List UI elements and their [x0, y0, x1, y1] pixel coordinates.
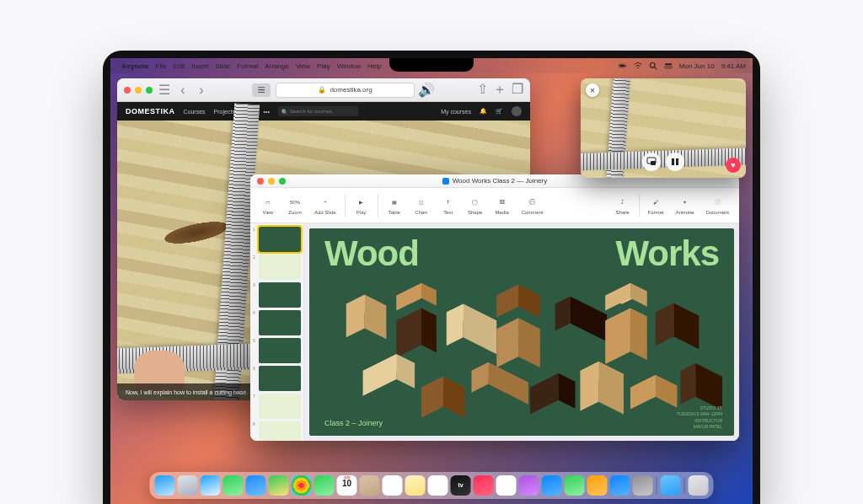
slide-thumb-2[interactable]: 2 — [253, 255, 301, 280]
dock-app-launchpad[interactable] — [178, 475, 198, 496]
dock-app-contacts[interactable] — [360, 475, 380, 496]
menubar-time[interactable]: 9:41 AM — [721, 62, 746, 70]
slide-thumb-7[interactable]: 7 — [253, 394, 301, 419]
svg-rect-9 — [651, 161, 656, 165]
slide-thumb-8[interactable]: 8 — [253, 421, 301, 441]
wifi-icon[interactable] — [634, 62, 642, 70]
nav-courses[interactable]: Courses — [184, 109, 206, 115]
tb-format[interactable]: 🖌Format — [643, 196, 669, 215]
slide-canvas[interactable]: Wood Works Class 2 – Joinery STUDIO 3B T… — [304, 223, 739, 441]
slide-thumb-6[interactable]: 6 — [253, 366, 301, 391]
menu-arrange[interactable]: Arrange — [265, 62, 288, 70]
cart-icon[interactable]: 🛒 — [496, 108, 503, 115]
menu-format[interactable]: Format — [237, 62, 258, 70]
dock-app-maps[interactable] — [269, 475, 289, 496]
close-button[interactable] — [124, 87, 131, 94]
tb-play[interactable]: ▶Play — [349, 196, 374, 215]
share-icon[interactable]: ⇧ — [477, 81, 488, 99]
nav-more[interactable]: ••• — [264, 109, 270, 115]
address-bar[interactable]: 🔒 domestika.org — [276, 83, 415, 98]
sidebar-toggle-icon[interactable]: ☰ — [158, 83, 171, 97]
keynote-window[interactable]: Wood Works Class 2 — Joinery ▭View 50%Zo… — [250, 174, 739, 441]
lock-icon: 🔒 — [318, 86, 326, 94]
dock-app-podcasts[interactable] — [519, 475, 539, 496]
slide-thumb-4[interactable]: 4 — [253, 310, 301, 335]
dock-app-settings[interactable] — [633, 475, 653, 496]
menu-view[interactable]: View — [296, 62, 310, 70]
tb-view[interactable]: ▭View — [255, 196, 281, 215]
menu-file[interactable]: File — [156, 62, 167, 70]
slide-thumb-3[interactable]: 3 — [253, 282, 301, 308]
dock-app-notes[interactable] — [405, 475, 426, 496]
nav-projects[interactable]: Projects — [214, 109, 235, 115]
dock-app-photos[interactable] — [292, 475, 312, 496]
tb-media[interactable]: 🖼Media — [490, 196, 515, 215]
search-icon[interactable] — [649, 62, 657, 70]
slide-navigator[interactable]: 12345678 — [250, 223, 304, 441]
tb-add-slide[interactable]: ＋Add Slide — [309, 196, 341, 215]
forward-button[interactable]: › — [195, 83, 208, 97]
slide-subtitle: Class 2 – Joinery — [324, 419, 383, 427]
tabs-icon[interactable]: ❐ — [512, 81, 523, 99]
slide-thumb-1[interactable]: 1 — [253, 227, 301, 252]
dock-app-tv[interactable]: tv — [451, 475, 471, 496]
pip-pause-button[interactable] — [666, 153, 684, 171]
tb-document[interactable]: 📄Document — [701, 196, 734, 215]
svg-rect-11 — [676, 158, 678, 165]
minimize-button[interactable] — [135, 87, 142, 94]
dock-app-numbers[interactable] — [565, 475, 585, 496]
new-tab-icon[interactable]: ＋ — [493, 81, 507, 99]
menubar-date[interactable]: Mon Jun 10 — [679, 62, 715, 70]
slide-thumb-5[interactable]: 5 — [253, 338, 301, 363]
tb-table[interactable]: ▦Table — [382, 196, 407, 215]
minimize-button[interactable] — [268, 178, 275, 185]
dock-app-safari[interactable] — [201, 475, 221, 496]
pip-return-button[interactable] — [642, 153, 661, 171]
svg-point-4 — [650, 62, 655, 67]
dock-app-trash[interactable] — [689, 475, 709, 496]
back-button[interactable]: ‹ — [176, 83, 190, 97]
dock-app-finder[interactable] — [155, 475, 175, 496]
avatar[interactable] — [512, 106, 522, 116]
menu-edit[interactable]: Edit — [173, 62, 185, 70]
site-search[interactable]: 🔍 Search for courses — [278, 106, 358, 116]
tb-chart[interactable]: ◫Chart — [409, 196, 434, 215]
site-logo[interactable]: DOMESTIKA — [126, 107, 175, 115]
dock-app-messages[interactable] — [223, 475, 244, 496]
menu-help[interactable]: Help — [367, 62, 381, 70]
menubar-app-name[interactable]: Keynote — [122, 62, 149, 70]
dock-app-reminders[interactable] — [383, 475, 403, 496]
tb-share[interactable]: ⤴Share — [610, 196, 635, 215]
tb-animate[interactable]: ✦Animate — [671, 196, 700, 215]
dock-app-keynote[interactable] — [542, 475, 562, 496]
menu-slide[interactable]: Slide — [215, 62, 230, 70]
close-button[interactable] — [257, 178, 264, 185]
tb-text[interactable]: TText — [436, 196, 461, 215]
picture-in-picture[interactable]: × ♥ — [581, 78, 746, 178]
dock-app-freeform[interactable] — [428, 475, 448, 496]
zoom-button[interactable] — [146, 87, 153, 94]
zoom-button[interactable] — [279, 178, 286, 185]
pip-close-button[interactable]: × — [586, 83, 599, 97]
dock-app-news[interactable] — [496, 475, 517, 496]
tb-shape[interactable]: ◯Shape — [463, 196, 488, 215]
battery-icon[interactable] — [619, 62, 627, 70]
audio-indicator-icon[interactable]: 🔊 — [420, 83, 433, 97]
dock-app-facetime[interactable] — [314, 475, 335, 496]
tb-zoom[interactable]: 50%Zoom — [282, 196, 308, 215]
dock-app-folder[interactable] — [661, 475, 681, 496]
dock-app-music[interactable] — [474, 475, 494, 496]
dock-app-pages[interactable] — [587, 475, 608, 496]
menu-play[interactable]: Play — [317, 62, 330, 70]
dock-app-mail[interactable] — [246, 475, 266, 496]
privacy-report-icon[interactable]: ≡ — [252, 83, 271, 97]
pip-like-button[interactable]: ♥ — [726, 158, 741, 173]
my-courses-link[interactable]: My courses — [441, 109, 471, 115]
dock-app-calendar[interactable]: JUN10 — [337, 475, 357, 496]
tb-comment[interactable]: 💬Comment — [517, 196, 549, 215]
notifications-icon[interactable]: 🔔 — [480, 108, 487, 115]
menu-window[interactable]: Window — [337, 62, 361, 70]
control-center-icon[interactable] — [664, 62, 673, 70]
dock-app-appstore[interactable] — [610, 475, 630, 496]
menu-insert[interactable]: Insert — [191, 62, 208, 70]
